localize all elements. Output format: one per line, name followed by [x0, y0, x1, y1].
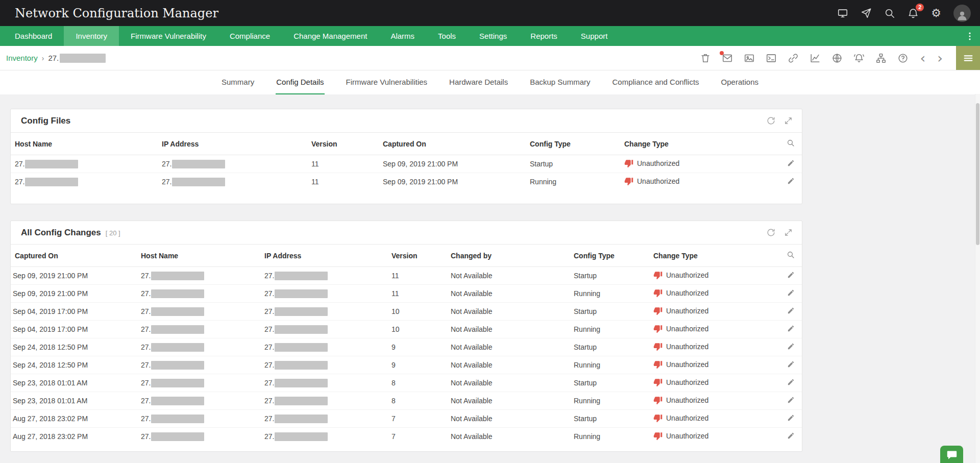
- notifications-bell-icon[interactable]: 2: [908, 8, 919, 19]
- tab-summary[interactable]: Summary: [221, 70, 255, 94]
- config-change-row[interactable]: Sep 04, 2019 17:00 PM 27. 27. 10 Not Ava…: [11, 303, 802, 321]
- nav-item-alarms[interactable]: Alarms: [379, 26, 426, 46]
- version-cell: 9: [387, 356, 447, 374]
- delete-icon[interactable]: [700, 53, 711, 64]
- nav-item-tools[interactable]: Tools: [426, 26, 468, 46]
- edit-icon[interactable]: [787, 378, 795, 386]
- column-host-name: Host Name: [11, 133, 158, 155]
- alarm-bell-icon[interactable]: [853, 53, 865, 64]
- line-chart-icon[interactable]: [810, 53, 821, 64]
- table-search-icon[interactable]: [787, 251, 795, 259]
- tab-backup-summary[interactable]: Backup Summary: [529, 70, 591, 94]
- edit-icon[interactable]: [787, 271, 795, 279]
- captured-on-cell: Aug 27, 2018 23:02 PM: [11, 428, 137, 446]
- version-cell: 11: [307, 155, 379, 173]
- redacted-value: [172, 178, 225, 186]
- redacted-value: [275, 432, 328, 441]
- tab-config-details[interactable]: Config Details: [276, 70, 324, 94]
- settings-gear-icon[interactable]: ⚙: [931, 8, 941, 19]
- edit-icon[interactable]: [787, 289, 795, 297]
- actions-cell: [766, 356, 802, 374]
- terminal-icon[interactable]: [766, 53, 777, 64]
- change-type-label: Unauthorized: [637, 177, 679, 185]
- config-change-row[interactable]: Sep 04, 2019 17:00 PM 27. 27. 10 Not Ava…: [11, 321, 802, 338]
- topology-icon[interactable]: [875, 53, 887, 64]
- nav-item-compliance[interactable]: Compliance: [218, 26, 282, 46]
- edit-icon[interactable]: [787, 414, 795, 422]
- nav-item-inventory[interactable]: Inventory: [64, 26, 119, 46]
- menu-hamburger-icon[interactable]: [956, 46, 980, 70]
- expand-icon[interactable]: [784, 228, 793, 237]
- tab-operations[interactable]: Operations: [721, 70, 759, 94]
- host-name-cell: 27.: [137, 428, 260, 446]
- config-change-row[interactable]: Sep 23, 2018 01:01 AM 27. 27. 8 Not Avai…: [11, 392, 802, 410]
- host-name-cell: 27.: [137, 303, 260, 321]
- column-captured-on: Captured On: [379, 133, 526, 155]
- image-icon[interactable]: [744, 53, 755, 64]
- chat-button[interactable]: [940, 446, 963, 463]
- change-type-cell: Unauthorized: [653, 324, 708, 333]
- redacted-value: [151, 272, 204, 280]
- config-change-row[interactable]: Sep 24, 2018 12:50 PM 27. 27. 9 Not Avai…: [11, 356, 802, 374]
- tab-compliance-and-conflicts[interactable]: Compliance and Conflicts: [612, 70, 700, 94]
- vertical-scrollbar[interactable]: [975, 94, 980, 463]
- nav-item-settings[interactable]: Settings: [468, 26, 519, 46]
- edit-icon[interactable]: [787, 307, 795, 314]
- refresh-icon[interactable]: [767, 228, 775, 237]
- mail-icon[interactable]: [722, 53, 733, 64]
- edit-icon[interactable]: [787, 396, 795, 404]
- person-icon: [955, 9, 969, 22]
- config-change-row[interactable]: Sep 09, 2019 21:00 PM 27. 27. 11 Not Ava…: [11, 285, 802, 303]
- config-file-row[interactable]: 27. 27. 11 Sep 09, 2019 21:00 PM Startup…: [11, 155, 802, 173]
- tab-firmware-vulnerabilities[interactable]: Firmware Vulnerabilities: [346, 70, 428, 94]
- prev-chevron-icon[interactable]: ‹: [919, 53, 926, 63]
- ip-address-cell: 27.: [158, 155, 307, 173]
- scrollbar-thumb[interactable]: [976, 103, 979, 245]
- config-change-row[interactable]: Aug 27, 2018 23:02 PM 27. 27. 7 Not Avai…: [11, 428, 802, 446]
- nav-item-reports[interactable]: Reports: [519, 26, 569, 46]
- edit-icon[interactable]: [787, 343, 795, 350]
- globe-icon[interactable]: [831, 53, 843, 64]
- refresh-icon[interactable]: [767, 116, 775, 125]
- breadcrumb-inventory-link[interactable]: Inventory: [6, 54, 38, 62]
- version-cell: 10: [387, 321, 447, 338]
- nav-overflow-kebab-icon[interactable]: [965, 26, 975, 46]
- nav-item-firmware-vulnerability[interactable]: Firmware Vulnerability: [119, 26, 218, 46]
- screen-share-icon[interactable]: [837, 8, 848, 19]
- expand-icon[interactable]: [784, 116, 793, 125]
- table-search-icon[interactable]: [787, 139, 795, 147]
- version-cell: 8: [387, 392, 447, 410]
- edit-icon[interactable]: [787, 432, 795, 440]
- redacted-value: [151, 379, 204, 387]
- ip-address-cell: 27.: [260, 392, 387, 410]
- search-icon[interactable]: [884, 8, 895, 19]
- config-change-row[interactable]: Sep 24, 2018 12:50 PM 27. 27. 9 Not Avai…: [11, 338, 802, 356]
- column-config-type: Config Type: [570, 245, 649, 267]
- ip-address-cell: 27.: [158, 173, 307, 191]
- config-type-cell: Startup: [526, 155, 620, 173]
- column-change-type: Change Type: [649, 245, 766, 267]
- config-change-row[interactable]: Aug 27, 2018 23:02 PM 27. 27. 7 Not Avai…: [11, 410, 802, 428]
- edit-icon[interactable]: [787, 360, 795, 368]
- next-chevron-icon[interactable]: ›: [937, 53, 943, 63]
- nav-item-support[interactable]: Support: [569, 26, 620, 46]
- host-name-cell: 27.: [137, 410, 260, 428]
- table-search-column: [766, 245, 802, 267]
- user-avatar[interactable]: [953, 5, 971, 22]
- help-icon[interactable]: [897, 53, 909, 64]
- edit-icon[interactable]: [787, 325, 795, 332]
- config-files-head-row: Host NameIP AddressVersionCaptured OnCon…: [11, 133, 802, 155]
- edit-icon[interactable]: [787, 159, 795, 167]
- tab-hardware-details[interactable]: Hardware Details: [449, 70, 508, 94]
- main-content: Config Files Host NameIP AddressVersionC…: [0, 94, 980, 452]
- actions-cell: [766, 410, 802, 428]
- config-change-row[interactable]: Sep 23, 2018 01:01 AM 27. 27. 8 Not Avai…: [11, 374, 802, 392]
- config-change-row[interactable]: Sep 09, 2019 21:00 PM 27. 27. 11 Not Ava…: [11, 267, 802, 285]
- edit-icon[interactable]: [787, 177, 795, 185]
- nav-item-dashboard[interactable]: Dashboard: [3, 26, 64, 46]
- actions-cell: [766, 285, 802, 303]
- link-icon[interactable]: [788, 53, 799, 64]
- launch-icon[interactable]: [861, 8, 872, 19]
- config-file-row[interactable]: 27. 27. 11 Sep 09, 2019 21:00 PM Running…: [11, 173, 802, 191]
- nav-item-change-management[interactable]: Change Management: [282, 26, 379, 46]
